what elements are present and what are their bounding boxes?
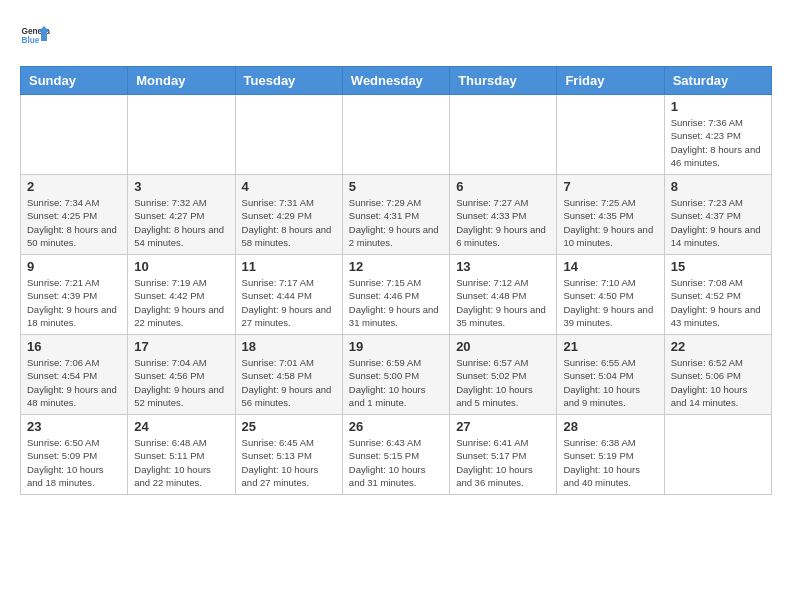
day-number: 6 (456, 179, 550, 194)
day-number: 10 (134, 259, 228, 274)
weekday-header-saturday: Saturday (664, 67, 771, 95)
weekday-header-sunday: Sunday (21, 67, 128, 95)
day-cell (342, 95, 449, 175)
day-cell: 17Sunrise: 7:04 AM Sunset: 4:56 PM Dayli… (128, 335, 235, 415)
day-cell: 18Sunrise: 7:01 AM Sunset: 4:58 PM Dayli… (235, 335, 342, 415)
day-cell: 15Sunrise: 7:08 AM Sunset: 4:52 PM Dayli… (664, 255, 771, 335)
day-detail: Sunrise: 7:12 AM Sunset: 4:48 PM Dayligh… (456, 276, 550, 329)
day-cell: 25Sunrise: 6:45 AM Sunset: 5:13 PM Dayli… (235, 415, 342, 495)
day-detail: Sunrise: 7:29 AM Sunset: 4:31 PM Dayligh… (349, 196, 443, 249)
day-detail: Sunrise: 6:59 AM Sunset: 5:00 PM Dayligh… (349, 356, 443, 409)
day-detail: Sunrise: 7:08 AM Sunset: 4:52 PM Dayligh… (671, 276, 765, 329)
day-cell: 2Sunrise: 7:34 AM Sunset: 4:25 PM Daylig… (21, 175, 128, 255)
day-detail: Sunrise: 7:31 AM Sunset: 4:29 PM Dayligh… (242, 196, 336, 249)
day-cell: 6Sunrise: 7:27 AM Sunset: 4:33 PM Daylig… (450, 175, 557, 255)
day-number: 5 (349, 179, 443, 194)
day-detail: Sunrise: 6:52 AM Sunset: 5:06 PM Dayligh… (671, 356, 765, 409)
day-cell (557, 95, 664, 175)
day-cell (21, 95, 128, 175)
day-number: 20 (456, 339, 550, 354)
day-detail: Sunrise: 6:43 AM Sunset: 5:15 PM Dayligh… (349, 436, 443, 489)
day-detail: Sunrise: 6:55 AM Sunset: 5:04 PM Dayligh… (563, 356, 657, 409)
day-cell: 27Sunrise: 6:41 AM Sunset: 5:17 PM Dayli… (450, 415, 557, 495)
weekday-header-tuesday: Tuesday (235, 67, 342, 95)
day-cell: 16Sunrise: 7:06 AM Sunset: 4:54 PM Dayli… (21, 335, 128, 415)
svg-text:Blue: Blue (22, 36, 40, 45)
day-detail: Sunrise: 7:23 AM Sunset: 4:37 PM Dayligh… (671, 196, 765, 249)
day-cell: 5Sunrise: 7:29 AM Sunset: 4:31 PM Daylig… (342, 175, 449, 255)
day-number: 17 (134, 339, 228, 354)
day-detail: Sunrise: 6:48 AM Sunset: 5:11 PM Dayligh… (134, 436, 228, 489)
day-cell (450, 95, 557, 175)
day-cell (235, 95, 342, 175)
day-cell: 9Sunrise: 7:21 AM Sunset: 4:39 PM Daylig… (21, 255, 128, 335)
day-number: 27 (456, 419, 550, 434)
day-detail: Sunrise: 7:21 AM Sunset: 4:39 PM Dayligh… (27, 276, 121, 329)
day-number: 24 (134, 419, 228, 434)
day-number: 19 (349, 339, 443, 354)
week-row-5: 23Sunrise: 6:50 AM Sunset: 5:09 PM Dayli… (21, 415, 772, 495)
day-number: 21 (563, 339, 657, 354)
day-cell: 7Sunrise: 7:25 AM Sunset: 4:35 PM Daylig… (557, 175, 664, 255)
day-detail: Sunrise: 7:25 AM Sunset: 4:35 PM Dayligh… (563, 196, 657, 249)
day-cell: 19Sunrise: 6:59 AM Sunset: 5:00 PM Dayli… (342, 335, 449, 415)
day-cell: 4Sunrise: 7:31 AM Sunset: 4:29 PM Daylig… (235, 175, 342, 255)
day-detail: Sunrise: 7:04 AM Sunset: 4:56 PM Dayligh… (134, 356, 228, 409)
day-number: 13 (456, 259, 550, 274)
day-number: 1 (671, 99, 765, 114)
day-detail: Sunrise: 6:38 AM Sunset: 5:19 PM Dayligh… (563, 436, 657, 489)
day-number: 11 (242, 259, 336, 274)
day-number: 4 (242, 179, 336, 194)
day-cell: 23Sunrise: 6:50 AM Sunset: 5:09 PM Dayli… (21, 415, 128, 495)
day-cell: 12Sunrise: 7:15 AM Sunset: 4:46 PM Dayli… (342, 255, 449, 335)
day-cell: 10Sunrise: 7:19 AM Sunset: 4:42 PM Dayli… (128, 255, 235, 335)
day-cell: 13Sunrise: 7:12 AM Sunset: 4:48 PM Dayli… (450, 255, 557, 335)
day-cell (128, 95, 235, 175)
day-number: 22 (671, 339, 765, 354)
day-number: 12 (349, 259, 443, 274)
day-detail: Sunrise: 7:36 AM Sunset: 4:23 PM Dayligh… (671, 116, 765, 169)
day-number: 16 (27, 339, 121, 354)
day-number: 2 (27, 179, 121, 194)
day-cell: 28Sunrise: 6:38 AM Sunset: 5:19 PM Dayli… (557, 415, 664, 495)
day-number: 3 (134, 179, 228, 194)
week-row-4: 16Sunrise: 7:06 AM Sunset: 4:54 PM Dayli… (21, 335, 772, 415)
day-cell: 21Sunrise: 6:55 AM Sunset: 5:04 PM Dayli… (557, 335, 664, 415)
day-detail: Sunrise: 6:41 AM Sunset: 5:17 PM Dayligh… (456, 436, 550, 489)
day-cell: 22Sunrise: 6:52 AM Sunset: 5:06 PM Dayli… (664, 335, 771, 415)
logo-icon: General Blue (20, 20, 50, 50)
day-number: 7 (563, 179, 657, 194)
day-cell: 8Sunrise: 7:23 AM Sunset: 4:37 PM Daylig… (664, 175, 771, 255)
day-number: 14 (563, 259, 657, 274)
day-cell: 14Sunrise: 7:10 AM Sunset: 4:50 PM Dayli… (557, 255, 664, 335)
weekday-header-monday: Monday (128, 67, 235, 95)
weekday-header-friday: Friday (557, 67, 664, 95)
day-cell: 11Sunrise: 7:17 AM Sunset: 4:44 PM Dayli… (235, 255, 342, 335)
day-cell: 26Sunrise: 6:43 AM Sunset: 5:15 PM Dayli… (342, 415, 449, 495)
logo: General Blue (20, 20, 50, 50)
day-detail: Sunrise: 7:15 AM Sunset: 4:46 PM Dayligh… (349, 276, 443, 329)
day-detail: Sunrise: 7:32 AM Sunset: 4:27 PM Dayligh… (134, 196, 228, 249)
day-detail: Sunrise: 7:17 AM Sunset: 4:44 PM Dayligh… (242, 276, 336, 329)
day-cell: 24Sunrise: 6:48 AM Sunset: 5:11 PM Dayli… (128, 415, 235, 495)
week-row-3: 9Sunrise: 7:21 AM Sunset: 4:39 PM Daylig… (21, 255, 772, 335)
day-detail: Sunrise: 7:06 AM Sunset: 4:54 PM Dayligh… (27, 356, 121, 409)
day-number: 25 (242, 419, 336, 434)
day-number: 26 (349, 419, 443, 434)
weekday-header-thursday: Thursday (450, 67, 557, 95)
weekday-header-row: SundayMondayTuesdayWednesdayThursdayFrid… (21, 67, 772, 95)
day-number: 18 (242, 339, 336, 354)
header: General Blue (20, 20, 772, 50)
day-detail: Sunrise: 6:45 AM Sunset: 5:13 PM Dayligh… (242, 436, 336, 489)
day-number: 28 (563, 419, 657, 434)
day-number: 23 (27, 419, 121, 434)
day-detail: Sunrise: 6:50 AM Sunset: 5:09 PM Dayligh… (27, 436, 121, 489)
day-detail: Sunrise: 7:27 AM Sunset: 4:33 PM Dayligh… (456, 196, 550, 249)
day-cell: 3Sunrise: 7:32 AM Sunset: 4:27 PM Daylig… (128, 175, 235, 255)
day-detail: Sunrise: 7:19 AM Sunset: 4:42 PM Dayligh… (134, 276, 228, 329)
day-detail: Sunrise: 6:57 AM Sunset: 5:02 PM Dayligh… (456, 356, 550, 409)
day-number: 9 (27, 259, 121, 274)
calendar: SundayMondayTuesdayWednesdayThursdayFrid… (20, 66, 772, 495)
day-number: 8 (671, 179, 765, 194)
week-row-2: 2Sunrise: 7:34 AM Sunset: 4:25 PM Daylig… (21, 175, 772, 255)
